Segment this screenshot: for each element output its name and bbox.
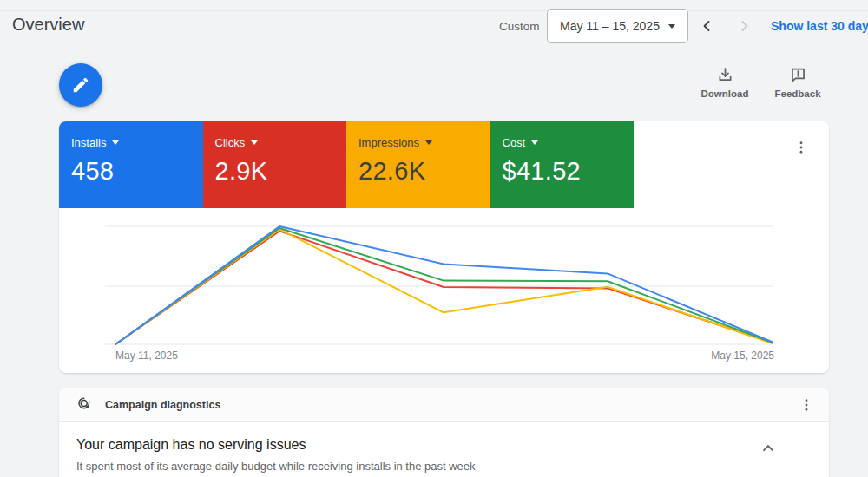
date-range-value: May 11 – 15, 2025 <box>560 19 661 33</box>
date-range-picker[interactable]: May 11 – 15, 2025 <box>547 9 688 43</box>
previous-period-button[interactable] <box>696 16 717 36</box>
page-title: Overview <box>12 15 84 35</box>
scorecard-row: Installs 458 Clicks 2.9K Impressions 22.… <box>59 121 634 208</box>
pencil-icon <box>71 75 90 95</box>
top-divider <box>0 10 868 11</box>
diagnostics-title: Your campaign has no serving issues <box>76 437 812 453</box>
chevron-down-icon <box>668 24 675 29</box>
show-last-30-days-link[interactable]: Show last 30 days <box>771 19 868 33</box>
scorecard-installs[interactable]: Installs 458 <box>59 121 203 208</box>
download-label: Download <box>701 88 749 99</box>
download-button[interactable]: Download <box>699 66 751 99</box>
trend-chart[interactable]: May 11, 2025 May 15, 2025 <box>59 208 829 373</box>
diagnostics-body: Your campaign has no serving issues It s… <box>59 422 829 473</box>
scorecard-label: Impressions <box>358 136 419 149</box>
chevron-down-icon <box>251 140 258 145</box>
download-icon <box>716 66 734 84</box>
scorecard-impressions[interactable]: Impressions 22.6K <box>346 121 490 208</box>
next-period-button[interactable] <box>734 16 755 36</box>
scorecard-clicks[interactable]: Clicks 2.9K <box>203 121 347 208</box>
diagnostics-subtitle: It spent most of its average daily budge… <box>76 460 812 473</box>
diagnostics-menu-button[interactable] <box>796 395 817 415</box>
diagnostics-header-label: Campaign diagnostics <box>105 399 220 411</box>
collapse-diagnostics-button[interactable] <box>758 438 779 459</box>
chevron-up-icon <box>760 440 777 457</box>
chevron-left-icon <box>698 17 715 35</box>
scorecard-value: 22.6K <box>358 157 490 186</box>
chevron-down-icon <box>425 140 432 145</box>
x-axis-label-start: May 11, 2025 <box>115 350 178 362</box>
kebab-menu-icon <box>793 140 809 155</box>
scorecard-value: $41.52 <box>503 157 635 186</box>
scorecard-value: 458 <box>71 157 203 186</box>
date-mode-label: Custom <box>499 20 540 33</box>
scorecard-label: Clicks <box>215 136 246 149</box>
scorecard-label: Cost <box>503 136 526 149</box>
diagnostics-search-icon <box>76 396 94 414</box>
kebab-menu-icon <box>799 397 814 413</box>
x-axis-label-end: May 15, 2025 <box>711 350 774 362</box>
diagnostics-header: Campaign diagnostics <box>59 388 829 422</box>
chevron-down-icon <box>531 140 538 145</box>
feedback-icon <box>789 66 807 84</box>
trend-chart-svg <box>59 208 829 373</box>
edit-overview-button[interactable] <box>59 63 102 107</box>
campaign-diagnostics-card: Campaign diagnostics Your campaign has n… <box>59 388 829 477</box>
chevron-down-icon <box>112 140 119 145</box>
overview-chart-card: Installs 458 Clicks 2.9K Impressions 22.… <box>59 121 829 373</box>
scorecard-value: 2.9K <box>215 157 347 186</box>
chevron-right-icon <box>736 17 753 35</box>
scorecard-label: Installs <box>71 136 106 149</box>
chart-card-menu-button[interactable] <box>791 137 812 158</box>
scorecard-cost[interactable]: Cost $41.52 <box>490 121 635 208</box>
feedback-button[interactable]: Feedback <box>772 66 824 99</box>
feedback-label: Feedback <box>774 88 820 99</box>
